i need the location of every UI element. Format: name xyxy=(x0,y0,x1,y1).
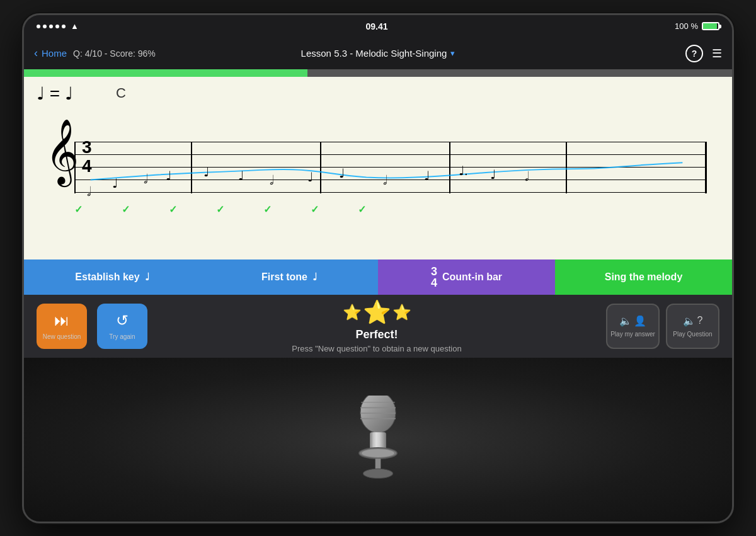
tempo-icon: ♩ = ♩ xyxy=(37,83,73,104)
star-center: ⭐ xyxy=(363,299,391,326)
check-2: ✓ xyxy=(122,203,130,215)
first-tone-label: First tone xyxy=(261,271,307,283)
count-in-label: Count-in bar xyxy=(442,271,502,283)
status-right: 100 % xyxy=(675,21,719,31)
device-frame: ▲ 09.41 100 % ‹ Home Q: 4/10 - Score: 96… xyxy=(22,13,734,523)
establish-key-button[interactable]: Establish key ♩ xyxy=(24,259,201,295)
dropdown-icon[interactable]: ▾ xyxy=(450,48,455,58)
speaker-2-icon: 🔈 xyxy=(683,315,696,327)
bar-line-4 xyxy=(566,142,567,193)
bar-line-2 xyxy=(320,142,321,193)
controls-area: ⏭ New question ↺ Try again ⭐ ⭐ ⭐ Perfect… xyxy=(24,295,732,358)
feedback-title: Perfect! xyxy=(355,328,398,341)
microphone-icon xyxy=(340,396,416,484)
feedback-center: ⭐ ⭐ ⭐ Perfect! Press "New question" to o… xyxy=(158,299,596,353)
note-13: ♩ xyxy=(490,167,496,182)
bar-line-end xyxy=(705,142,707,193)
battery-icon xyxy=(702,22,719,30)
bar-line-1 xyxy=(191,142,192,193)
help-button[interactable]: ? xyxy=(685,45,703,62)
play-question-button[interactable]: 🔈 ? Play Question xyxy=(666,304,719,349)
progress-filled xyxy=(24,69,307,77)
check-marks: ✓ ✓ ✓ ✓ ✓ ✓ ✓ xyxy=(74,203,707,215)
key-signature: C xyxy=(116,85,126,101)
sing-melody-label: Sing the melody xyxy=(605,271,683,283)
note-8: ♩ xyxy=(307,169,313,185)
staff-container: 𝄞 3 4 xyxy=(37,110,719,224)
note-9: ♩ xyxy=(339,166,345,181)
check-3: ✓ xyxy=(169,203,177,215)
new-question-label: New question xyxy=(43,333,81,340)
wifi-icon: ▲ xyxy=(71,21,79,31)
staff-lines: 𝅗𝅥 ♩ 𝅗𝅥 ♩ ♩ ♩ 𝅗𝅥 ♩ ♩ 𝅗𝅥 xyxy=(74,142,707,192)
speaker-icon: 🔈 xyxy=(619,315,632,327)
check-1: ✓ xyxy=(74,203,83,215)
tempo-marks: ♩ = ♩ C xyxy=(37,83,719,104)
bar-line-3 xyxy=(449,142,450,193)
try-again-icon: ↺ xyxy=(116,312,129,329)
status-time: 09.41 xyxy=(365,21,387,31)
bar-line-start xyxy=(74,142,76,193)
nav-center: Lesson 5.3 - Melodic Sight-Singing ▾ xyxy=(263,48,493,59)
star-right: ⭐ xyxy=(392,304,411,321)
try-again-button[interactable]: ↺ Try again xyxy=(97,304,147,349)
svg-point-10 xyxy=(363,469,392,478)
back-arrow-icon[interactable]: ‹ xyxy=(34,47,38,60)
microphone-area xyxy=(24,358,732,522)
play-my-answer-button[interactable]: 🔈 👤 Play my answer xyxy=(606,304,660,349)
check-6: ✓ xyxy=(311,203,319,215)
play-question-label: Play Question xyxy=(673,331,712,338)
count-fraction: 3 4 xyxy=(431,266,437,288)
note-12: ♩. xyxy=(459,163,468,178)
establish-key-label: Establish key xyxy=(75,271,139,283)
svg-point-8 xyxy=(362,449,394,457)
first-tone-button[interactable]: First tone ♩ xyxy=(201,259,378,295)
sing-melody-button[interactable]: Sing the melody xyxy=(555,259,732,295)
svg-point-0 xyxy=(360,396,396,433)
check-5: ✓ xyxy=(263,203,272,215)
stars-row: ⭐ ⭐ ⭐ xyxy=(343,299,411,326)
first-tone-icon: ♩ xyxy=(312,271,318,283)
feedback-subtitle: Press "New question" to obtain a new que… xyxy=(292,344,461,353)
status-bar: ▲ 09.41 100 % xyxy=(24,15,732,38)
note-6: ♩ xyxy=(238,168,244,183)
star-left: ⭐ xyxy=(343,304,362,321)
note-4: ♩ xyxy=(166,168,171,183)
progress-bar xyxy=(24,69,732,77)
menu-button[interactable]: ☰ xyxy=(712,47,722,60)
new-question-button[interactable]: ⏭ New question xyxy=(37,304,87,349)
new-question-icon: ⏭ xyxy=(54,312,69,329)
nav-bar: ‹ Home Q: 4/10 - Score: 96% Lesson 5.3 -… xyxy=(24,38,732,69)
play-answer-icons: 🔈 👤 xyxy=(619,315,646,327)
signal-dots xyxy=(37,25,66,28)
try-again-label: Try again xyxy=(109,333,135,340)
person-icon: 👤 xyxy=(634,315,646,327)
note-11: ♩ xyxy=(424,168,430,183)
lesson-title: Lesson 5.3 - Melodic Sight-Singing xyxy=(301,48,447,59)
right-ctrl-buttons: 🔈 👤 Play my answer 🔈 ? Play Question xyxy=(606,304,719,349)
step-buttons: Establish key ♩ First tone ♩ 3 4 Count-i… xyxy=(24,259,732,295)
play-question-icons: 🔈 ? xyxy=(683,315,703,327)
note-5: ♩ xyxy=(203,164,209,180)
sheet-music-area: ♩ = ♩ C 𝄞 3 4 xyxy=(24,77,732,259)
nav-right: ? ☰ xyxy=(493,45,722,62)
back-label[interactable]: Home xyxy=(42,48,67,59)
note-2: ♩ xyxy=(112,176,118,191)
check-7: ✓ xyxy=(358,203,366,215)
score-label: Q: 4/10 - Score: 96% xyxy=(73,48,156,59)
establish-key-icon: ♩ xyxy=(145,271,150,283)
battery-percent: 100 % xyxy=(675,21,698,31)
count-in-bar-button[interactable]: 3 4 Count-in bar xyxy=(378,259,555,295)
play-my-answer-label: Play my answer xyxy=(610,331,655,338)
nav-left: ‹ Home Q: 4/10 - Score: 96% xyxy=(34,47,263,60)
question-icon: ? xyxy=(697,315,703,326)
status-left: ▲ xyxy=(37,21,79,31)
check-4: ✓ xyxy=(216,203,224,215)
